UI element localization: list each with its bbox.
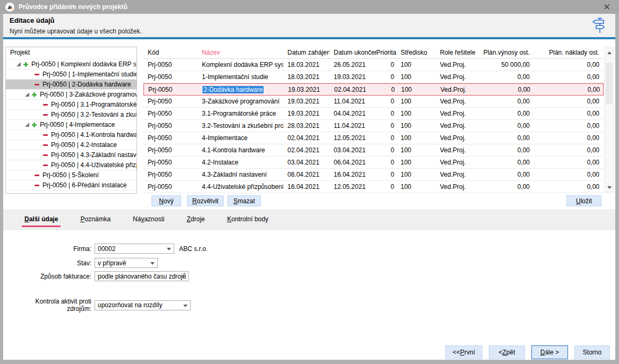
signpost-wizard-icon <box>592 18 607 33</box>
scroll-up-icon[interactable] <box>605 48 614 57</box>
column-header[interactable]: Středisko <box>396 49 436 56</box>
table-cell: 19.03.2021 <box>284 86 330 93</box>
fakturace-label: Způsob fakturace: <box>11 273 91 280</box>
table-cell: Prj-0050 <box>144 86 198 93</box>
tree-item[interactable]: Prj-0050 | 4.1-Kontrola hardware <box>6 129 137 140</box>
tab-zdroje[interactable]: Zdroje <box>186 209 205 229</box>
table-row[interactable]: Prj-00504.4-Uživatelské přizpůsobení16.0… <box>143 181 604 193</box>
table-row[interactable]: Prj-00504.1-Kontrola hardware02.04.20210… <box>143 144 604 157</box>
tree-item[interactable]: Prj-0050 | 3.2-Testování a zkuš... <box>6 109 137 119</box>
items-grid: KódNázevDatum zahájeníDatum ukončeníPrio… <box>143 47 604 193</box>
stav-row: Stav: v přípravě <box>11 258 158 268</box>
table-cell: 0 <box>376 61 396 68</box>
cancel-button[interactable]: Storno <box>574 345 610 359</box>
column-header[interactable]: Datum zahájení <box>283 49 329 56</box>
tree-empty-row <box>6 190 137 194</box>
branch-button[interactable]: Rozvětvit <box>187 195 224 206</box>
table-cell: 19.03.2021 <box>283 98 329 105</box>
tab-pozn-mka[interactable]: Poznámka <box>80 209 111 229</box>
dialog-border-bottom <box>0 360 619 364</box>
wizard-header: Editace údajů Nyní můžete upravovat údaj… <box>3 14 615 37</box>
tree-item[interactable]: Prj-0050 | 4-Implementace <box>6 119 137 129</box>
kontrola-select[interactable]: upozorňovat na rozdíly <box>95 300 191 310</box>
titlebar: Průvodce přidáním nových projektů ✕ <box>0 0 619 14</box>
table-cell: 0,00 <box>481 110 533 117</box>
tree-item[interactable]: Prj-0050 | 3-Zakázkové programování <box>6 89 137 99</box>
table-cell: Ved.Proj. <box>436 183 481 190</box>
tree-item[interactable]: Prj-0050 | 2-Dodávka hardware <box>6 79 137 89</box>
table-cell: 0,00 <box>481 134 533 142</box>
scroll-down-icon[interactable] <box>605 183 614 192</box>
table-cell: 03.04.2021 <box>283 159 329 166</box>
expander-icon[interactable] <box>16 62 21 66</box>
table-cell: 4.2-Instalace <box>198 159 283 166</box>
table-cell: 100 <box>396 159 436 166</box>
scrollbar-thumb[interactable] <box>606 63 613 104</box>
next-button[interactable]: Dále > <box>531 345 568 359</box>
tree-item[interactable]: Prj-0050 | Komplexní dodávka ERP syst... <box>6 59 137 69</box>
first-button[interactable]: << První <box>445 345 482 359</box>
table-row[interactable]: Prj-00504.3-Základní nastavení06.04.2021… <box>143 169 604 181</box>
table-cell: 02.04.2021 <box>330 86 377 93</box>
table-row[interactable]: Prj-00503-Zakázkové programování19.03.20… <box>143 96 604 108</box>
table-cell: 100 <box>396 110 436 117</box>
grid-scrollbar[interactable] <box>604 47 614 193</box>
table-cell: 02.04.2021 <box>283 134 329 142</box>
tree-item[interactable]: Prj-0050 | 5-Školení <box>6 170 137 180</box>
table-cell: 0 <box>376 73 396 81</box>
close-icon[interactable]: ✕ <box>598 0 616 14</box>
column-header[interactable]: Kód <box>143 49 198 56</box>
table-cell: 100 <box>396 183 436 190</box>
tree-item-label: Prj-0050 | 3.1-Programátorské ... <box>51 101 137 108</box>
column-header[interactable]: Priorita <box>376 49 396 56</box>
table-cell: 0,00 <box>533 183 604 190</box>
minus-icon <box>35 82 39 87</box>
table-row-selected[interactable]: Prj-00502-Dodávka hardware19.03.202102.0… <box>143 83 604 96</box>
stav-select[interactable]: v přípravě <box>95 258 158 268</box>
tree-item[interactable]: Prj-0050 | 4.3-Základní nastavení <box>6 150 137 160</box>
table-row[interactable]: Prj-00504.2-Instalace03.04.202106.04.202… <box>143 157 604 169</box>
column-header[interactable]: Plán. náklady ost. <box>533 49 604 56</box>
tab-n-vaznosti[interactable]: Návaznosti <box>133 209 164 229</box>
column-header[interactable]: Plán.výnosy ost. <box>481 49 533 56</box>
delete-button[interactable]: Smazat <box>227 195 261 206</box>
table-cell: 0 <box>376 171 396 178</box>
table-row[interactable]: Prj-00501-Implementační studie18.03.2021… <box>143 71 604 83</box>
tree-item[interactable]: Prj-0050 | 6-Předání instalace <box>6 180 137 190</box>
tab-kontroln-body[interactable]: Kontrolní body <box>227 209 268 229</box>
table-cell: 100 <box>396 146 436 154</box>
table-row[interactable]: Prj-0050Komplexní dodávka ERP systému18.… <box>143 59 604 71</box>
firma-select[interactable]: 00002 <box>95 244 174 254</box>
table-cell: Komplexní dodávka ERP systému <box>198 61 283 68</box>
tree-item[interactable]: Prj-0050 | 1-Implementační studie <box>6 69 137 79</box>
fakturace-select[interactable]: podle plánovaného času zdrojů <box>95 271 189 281</box>
expander-icon[interactable] <box>25 92 29 97</box>
tree-item[interactable]: Prj-0050 | 4.2-Instalace <box>6 140 137 150</box>
window-title: Průvodce přidáním nových projektů <box>19 3 128 11</box>
table-cell: 0,00 <box>481 146 533 154</box>
tree-item[interactable]: Prj-0050 | 3.1-Programátorské ... <box>6 99 137 109</box>
table-cell: Prj-0050 <box>143 134 198 142</box>
table-cell: Ved.Proj. <box>436 122 481 129</box>
new-button[interactable]: Nový <box>151 195 181 206</box>
table-cell: 0,00 <box>533 110 604 117</box>
table-cell: 26.05.2021 <box>329 61 376 68</box>
inline-editor[interactable]: 2-Dodávka hardware <box>202 86 264 93</box>
expander-icon[interactable] <box>25 123 29 127</box>
table-row[interactable]: Prj-00503.1-Programátorské práce19.03.20… <box>143 108 604 120</box>
save-button[interactable]: Uložit <box>566 195 601 206</box>
table-row[interactable]: Prj-00503.2-Testování a zkušební provoz2… <box>143 120 604 132</box>
tree-item-label: Prj-0050 | 3.2-Testování a zkuš... <box>51 111 137 118</box>
tree-item-label: Prj-0050 | 4.3-Základní nastavení <box>51 151 137 159</box>
column-header[interactable]: Název <box>198 49 283 56</box>
tab-dal-daje[interactable]: Další údaje <box>24 209 58 229</box>
table-cell: 0 <box>376 110 396 117</box>
tree-item[interactable]: Prj-0050 | 4.4-Uživatelské přizp... <box>6 160 137 170</box>
column-header[interactable]: Datum ukončení <box>329 49 376 56</box>
column-header[interactable]: Role řešitele <box>436 49 481 56</box>
table-cell: 03.04.2021 <box>329 146 376 154</box>
back-button[interactable]: < Zpět <box>489 345 525 359</box>
header-divider <box>3 37 615 39</box>
table-row[interactable]: Prj-00504-Implementace02.04.202112.05.20… <box>143 132 604 144</box>
tree-item-label: Prj-0050 | 3-Zakázkové programování <box>40 91 137 98</box>
